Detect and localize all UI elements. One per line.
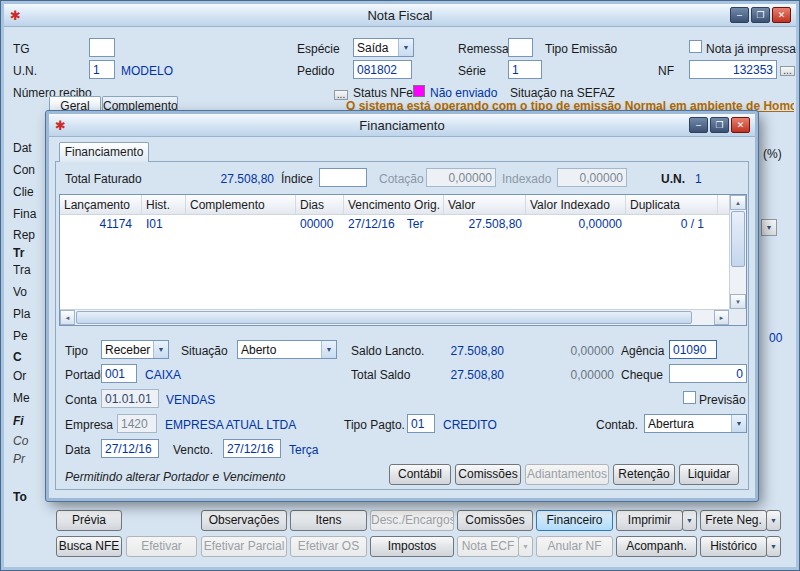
nota-fiscal-window: ✱ Nota Fiscal – ❐ ✕ TG Espécie Saída ▼ R… [0,0,800,571]
empresa-label: Empresa [65,418,113,432]
busca-nfe-button[interactable]: Busca NFE [56,536,122,557]
financeiro-button[interactable]: Financeiro [536,510,613,531]
col-lancamento[interactable]: Lançamento [60,195,142,214]
clipped-section-label: C [13,350,45,364]
cheque-label: Cheque [621,368,663,382]
nf-more-button[interactable]: ... [780,66,795,76]
cell-vencimento: 27/12/16Ter [344,215,444,234]
situacao-label: Situação [181,344,228,358]
minimize-icon[interactable]: – [730,7,749,23]
table-vertical-scrollbar[interactable]: ▲ ▼ [729,195,746,309]
vscroll-thumb[interactable] [731,211,745,267]
maximize-icon[interactable]: ❐ [751,7,770,23]
total-saldo-value: 27.508,80 [429,368,504,382]
previa-button[interactable]: Prévia [56,510,122,531]
contab-label: Contab. [596,418,638,432]
contab-select[interactable]: Abertura ▼ [644,414,747,433]
portador-field[interactable]: 001 [101,364,137,383]
frete-neg-button[interactable]: Frete Neg. [700,510,767,531]
remessa-label: Remessa [458,42,509,56]
nota-impressa-label: Nota já impressa [706,42,796,56]
hscroll-thumb[interactable] [76,311,692,324]
chevron-down-icon: ▼ [321,341,336,358]
chevron-down-icon: ▼ [731,415,746,432]
acompanh-button[interactable]: Acompanh. [616,536,697,557]
cotacao-field: 0,00000 [426,168,496,187]
main-titlebar[interactable]: ✱ Nota Fiscal [4,4,796,27]
cell-lancamento: 41174 [60,215,142,234]
scroll-right-icon[interactable]: ► [714,310,729,325]
data-field[interactable]: 27/12/16 [101,439,159,458]
main-window-title: Nota Fiscal [4,8,796,23]
previsao-checkbox[interactable] [683,391,696,404]
cell-duplicata: 0 / 1 [626,215,718,234]
cheque-field[interactable]: 0 [669,364,747,383]
conta-field: 01.01.01 [101,389,159,408]
clipped-label: Pe [13,329,45,343]
tipo-pagto-field[interactable]: 01 [407,414,435,433]
liquidar-button[interactable]: Liquidar [679,464,739,485]
cell-valor: 27.508,80 [444,215,526,234]
col-duplicata[interactable]: Duplicata [626,195,718,214]
situacao-value: Aberto [238,341,321,358]
tg-field[interactable] [89,38,115,57]
saldo-lancto-value: 27.508,80 [429,344,504,358]
comissoes-dialog-button[interactable]: Comissões [455,464,521,485]
tg-label: TG [13,42,30,56]
remessa-field[interactable] [508,38,533,57]
imprimir-button[interactable]: Imprimir [616,510,683,531]
table-row[interactable]: 41174 I01 00000 27/12/16Ter 27.508,80 0,… [60,215,746,234]
permission-note: Permitindo alterar Portador e Vencimento [65,470,285,484]
scroll-up-icon[interactable]: ▲ [730,195,746,210]
agencia-field[interactable]: 01090 [669,340,717,359]
chevron-down-icon: ▼ [153,341,168,358]
dialog-minimize-icon[interactable]: – [689,117,708,133]
historico-button[interactable]: Histórico [700,536,767,557]
dialog-un-value: 1 [695,172,702,186]
table-header-row: Lançamento Hist. Complemento Dias Vencim… [60,195,746,215]
col-valor-indexado[interactable]: Valor Indexado [526,195,626,214]
nf-field[interactable]: 132353 [689,60,777,79]
clipped-section-label: To [13,490,45,504]
dialog-un-label: U.N. [661,172,685,186]
impostos-button[interactable]: Impostos [370,536,454,557]
nota-impressa-checkbox[interactable] [689,40,702,53]
vencto-field[interactable]: 27/12/16 [223,439,281,458]
observacoes-button[interactable]: Observações [201,510,287,531]
col-vencimento-orig[interactable]: Vencimento Orig. [344,195,444,214]
indice-field[interactable] [319,168,367,187]
col-complemento[interactable]: Complemento [186,195,296,214]
scroll-left-icon[interactable]: ◄ [60,310,75,325]
col-hist[interactable]: Hist. [142,195,186,214]
dialog-titlebar[interactable]: ✱ Financiamento [49,114,755,137]
indexado-field: 0,00000 [557,168,627,187]
table-horizontal-scrollbar[interactable]: ◄ ► [60,309,729,325]
contabil-button[interactable]: Contábil [389,464,451,485]
scroll-down-icon[interactable]: ▼ [730,294,746,309]
comissoes-button[interactable]: Comissões [457,510,533,531]
un-field[interactable]: 1 [89,60,115,79]
close-icon[interactable]: ✕ [772,7,791,23]
especie-label: Espécie [297,42,340,56]
dialog-close-icon[interactable]: ✕ [731,117,750,133]
saldo-lancto-indexado: 0,00000 [554,344,614,358]
situacao-select[interactable]: Aberto ▼ [237,340,337,359]
tipo-select[interactable]: Receber ▼ [101,340,169,359]
tab-financiamento[interactable]: Financiamento [59,142,149,162]
col-valor[interactable]: Valor [444,195,526,214]
indexado-label: Indexado [502,172,551,186]
tipo-value: Receber [102,341,153,358]
imprimir-dropdown-icon[interactable]: ▼ [682,510,697,531]
itens-button[interactable]: Itens [290,510,367,531]
historico-dropdown-icon[interactable]: ▼ [766,536,781,557]
clipped-label: Dat [13,141,45,155]
clipped-value: 00 [769,331,782,345]
especie-select[interactable]: Saída ▼ [353,38,414,57]
serie-field[interactable]: 1 [508,60,542,79]
dialog-maximize-icon[interactable]: ❐ [710,117,729,133]
col-dias[interactable]: Dias [296,195,344,214]
retencao-button[interactable]: Retenção [613,464,675,485]
chevron-down-icon[interactable]: ▼ [761,219,777,236]
pedido-field[interactable]: 081802 [353,60,412,79]
frete-neg-dropdown-icon[interactable]: ▼ [766,510,781,531]
